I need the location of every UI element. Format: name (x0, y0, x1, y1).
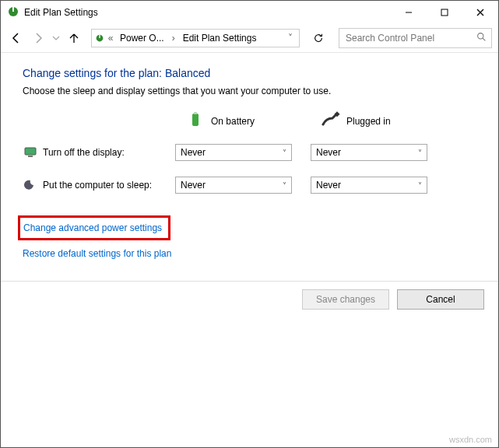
sleep-battery-select[interactable]: Never ˅ (175, 177, 292, 194)
minimize-button[interactable] (391, 1, 427, 24)
breadcrumb[interactable]: « Power O... › Edit Plan Settings ˅ (91, 29, 300, 47)
navbar: « Power O... › Edit Plan Settings ˅ (1, 24, 498, 53)
sleep-plugged-value: Never (316, 180, 341, 191)
links-section: Change advanced power settings Restore d… (23, 215, 476, 259)
forward-button[interactable] (29, 29, 47, 47)
search-box[interactable] (339, 28, 492, 48)
breadcrumb-item-power-options[interactable]: Power O... (115, 33, 169, 44)
save-button[interactable]: Save changes (302, 289, 389, 310)
chevron-down-icon: ˅ (283, 149, 286, 157)
watermark: wsxdn.com (449, 435, 492, 444)
restore-defaults-link[interactable]: Restore default settings for this plan (23, 248, 476, 259)
sleep-battery-value: Never (181, 180, 206, 191)
svg-rect-13 (25, 148, 36, 155)
svg-rect-11 (194, 112, 197, 114)
page-description: Choose the sleep and display settings th… (23, 86, 476, 96)
display-icon (23, 146, 38, 159)
svg-rect-10 (192, 114, 199, 126)
content-area: Change settings for the plan: Balanced C… (1, 53, 498, 259)
plug-icon (322, 110, 340, 131)
back-button[interactable] (7, 29, 26, 47)
battery-icon (186, 110, 205, 131)
search-input[interactable] (344, 32, 476, 44)
titlebar: Edit Plan Settings (1, 1, 498, 24)
page-title: Change settings for the plan: Balanced (23, 67, 476, 79)
recent-locations-dropdown[interactable] (51, 29, 61, 47)
sleep-timeout-label: Put the computer to sleep: (43, 180, 175, 191)
display-battery-value: Never (181, 147, 206, 158)
window-title: Edit Plan Settings (24, 7, 98, 18)
search-icon (476, 32, 487, 44)
highlight-box: Change advanced power settings (18, 215, 170, 240)
window: Edit Plan Settings (0, 0, 499, 448)
refresh-button[interactable] (309, 29, 328, 47)
plugged-in-column: Plugged in (322, 110, 438, 131)
chevron-right-icon: › (169, 33, 178, 44)
display-timeout-row: Turn off the display: Never ˅ Never ˅ (23, 144, 476, 161)
display-timeout-label: Turn off the display: (43, 147, 175, 158)
maximize-button[interactable] (427, 1, 462, 24)
svg-point-8 (478, 33, 483, 39)
window-controls (391, 1, 498, 24)
up-button[interactable] (65, 29, 83, 47)
svg-rect-7 (99, 35, 100, 38)
cancel-button[interactable]: Cancel (397, 289, 484, 310)
svg-rect-14 (28, 156, 33, 157)
sleep-icon (23, 179, 38, 191)
plugged-in-label: Plugged in (346, 116, 391, 127)
svg-rect-1 (12, 7, 14, 12)
breadcrumb-item-edit-plan[interactable]: Edit Plan Settings (178, 33, 262, 44)
chevron-down-icon: ˅ (418, 149, 422, 157)
breadcrumb-icon (93, 33, 106, 44)
column-headers: On battery Plugged in (186, 110, 476, 131)
chevron-left-icon: « (106, 33, 115, 44)
app-icon (7, 5, 19, 20)
chevron-down-icon: ˅ (418, 181, 422, 190)
svg-rect-3 (441, 9, 448, 16)
display-plugged-select[interactable]: Never ˅ (311, 144, 427, 161)
chevron-down-icon: ˅ (283, 181, 286, 190)
display-plugged-value: Never (316, 147, 341, 158)
footer: Save changes Cancel (1, 281, 498, 317)
display-battery-select[interactable]: Never ˅ (175, 144, 292, 161)
close-button[interactable] (462, 1, 498, 24)
svg-line-9 (483, 38, 485, 40)
on-battery-label: On battery (211, 116, 255, 127)
sleep-plugged-select[interactable]: Never ˅ (311, 177, 427, 194)
on-battery-column: On battery (186, 110, 303, 131)
sleep-timeout-row: Put the computer to sleep: Never ˅ Never… (23, 177, 476, 194)
address-dropdown[interactable]: ˅ (283, 33, 297, 44)
advanced-settings-link[interactable]: Change advanced power settings (23, 222, 162, 233)
